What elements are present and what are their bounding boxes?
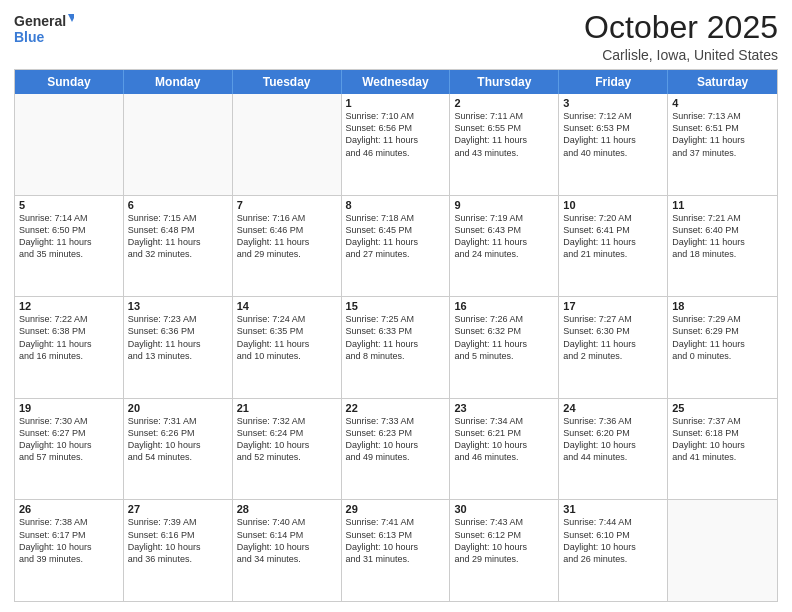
- day-info: Sunrise: 7:18 AM Sunset: 6:45 PM Dayligh…: [346, 212, 446, 261]
- day-info: Sunrise: 7:38 AM Sunset: 6:17 PM Dayligh…: [19, 516, 119, 565]
- day-number: 5: [19, 199, 119, 211]
- calendar-cell: 21Sunrise: 7:32 AM Sunset: 6:24 PM Dayli…: [233, 399, 342, 500]
- day-info: Sunrise: 7:12 AM Sunset: 6:53 PM Dayligh…: [563, 110, 663, 159]
- day-info: Sunrise: 7:14 AM Sunset: 6:50 PM Dayligh…: [19, 212, 119, 261]
- day-info: Sunrise: 7:41 AM Sunset: 6:13 PM Dayligh…: [346, 516, 446, 565]
- day-info: Sunrise: 7:13 AM Sunset: 6:51 PM Dayligh…: [672, 110, 773, 159]
- weekday-header: Thursday: [450, 70, 559, 94]
- day-info: Sunrise: 7:39 AM Sunset: 6:16 PM Dayligh…: [128, 516, 228, 565]
- calendar-row: 19Sunrise: 7:30 AM Sunset: 6:27 PM Dayli…: [15, 398, 777, 500]
- calendar-header: SundayMondayTuesdayWednesdayThursdayFrid…: [15, 70, 777, 94]
- calendar-cell: 2Sunrise: 7:11 AM Sunset: 6:55 PM Daylig…: [450, 94, 559, 195]
- day-number: 8: [346, 199, 446, 211]
- day-number: 18: [672, 300, 773, 312]
- weekday-header: Friday: [559, 70, 668, 94]
- calendar-cell: 4Sunrise: 7:13 AM Sunset: 6:51 PM Daylig…: [668, 94, 777, 195]
- day-info: Sunrise: 7:27 AM Sunset: 6:30 PM Dayligh…: [563, 313, 663, 362]
- day-info: Sunrise: 7:44 AM Sunset: 6:10 PM Dayligh…: [563, 516, 663, 565]
- calendar-cell: 30Sunrise: 7:43 AM Sunset: 6:12 PM Dayli…: [450, 500, 559, 601]
- weekday-header: Wednesday: [342, 70, 451, 94]
- calendar-cell: 11Sunrise: 7:21 AM Sunset: 6:40 PM Dayli…: [668, 196, 777, 297]
- month-title: October 2025: [584, 10, 778, 45]
- calendar-cell: 5Sunrise: 7:14 AM Sunset: 6:50 PM Daylig…: [15, 196, 124, 297]
- day-info: Sunrise: 7:25 AM Sunset: 6:33 PM Dayligh…: [346, 313, 446, 362]
- calendar-cell: 19Sunrise: 7:30 AM Sunset: 6:27 PM Dayli…: [15, 399, 124, 500]
- weekday-header: Saturday: [668, 70, 777, 94]
- day-number: 28: [237, 503, 337, 515]
- calendar-cell: 14Sunrise: 7:24 AM Sunset: 6:35 PM Dayli…: [233, 297, 342, 398]
- calendar-cell: 25Sunrise: 7:37 AM Sunset: 6:18 PM Dayli…: [668, 399, 777, 500]
- day-number: 24: [563, 402, 663, 414]
- calendar-cell: 8Sunrise: 7:18 AM Sunset: 6:45 PM Daylig…: [342, 196, 451, 297]
- calendar-cell: 3Sunrise: 7:12 AM Sunset: 6:53 PM Daylig…: [559, 94, 668, 195]
- calendar-cell: 10Sunrise: 7:20 AM Sunset: 6:41 PM Dayli…: [559, 196, 668, 297]
- svg-text:Blue: Blue: [14, 29, 45, 45]
- day-number: 21: [237, 402, 337, 414]
- day-number: 30: [454, 503, 554, 515]
- calendar-cell: 17Sunrise: 7:27 AM Sunset: 6:30 PM Dayli…: [559, 297, 668, 398]
- logo-svg: General Blue: [14, 10, 74, 48]
- calendar-cell: 20Sunrise: 7:31 AM Sunset: 6:26 PM Dayli…: [124, 399, 233, 500]
- calendar: SundayMondayTuesdayWednesdayThursdayFrid…: [14, 69, 778, 602]
- day-number: 11: [672, 199, 773, 211]
- calendar-cell: 12Sunrise: 7:22 AM Sunset: 6:38 PM Dayli…: [15, 297, 124, 398]
- day-info: Sunrise: 7:22 AM Sunset: 6:38 PM Dayligh…: [19, 313, 119, 362]
- day-number: 25: [672, 402, 773, 414]
- calendar-cell: 9Sunrise: 7:19 AM Sunset: 6:43 PM Daylig…: [450, 196, 559, 297]
- day-info: Sunrise: 7:29 AM Sunset: 6:29 PM Dayligh…: [672, 313, 773, 362]
- day-info: Sunrise: 7:37 AM Sunset: 6:18 PM Dayligh…: [672, 415, 773, 464]
- day-number: 4: [672, 97, 773, 109]
- day-info: Sunrise: 7:16 AM Sunset: 6:46 PM Dayligh…: [237, 212, 337, 261]
- calendar-body: 1Sunrise: 7:10 AM Sunset: 6:56 PM Daylig…: [15, 94, 777, 601]
- calendar-cell: [15, 94, 124, 195]
- day-number: 13: [128, 300, 228, 312]
- calendar-row: 1Sunrise: 7:10 AM Sunset: 6:56 PM Daylig…: [15, 94, 777, 195]
- calendar-cell: 26Sunrise: 7:38 AM Sunset: 6:17 PM Dayli…: [15, 500, 124, 601]
- header: General Blue October 2025 Carlisle, Iowa…: [14, 10, 778, 63]
- svg-text:General: General: [14, 13, 66, 29]
- calendar-cell: [124, 94, 233, 195]
- page: General Blue October 2025 Carlisle, Iowa…: [0, 0, 792, 612]
- calendar-cell: 28Sunrise: 7:40 AM Sunset: 6:14 PM Dayli…: [233, 500, 342, 601]
- calendar-cell: 29Sunrise: 7:41 AM Sunset: 6:13 PM Dayli…: [342, 500, 451, 601]
- day-info: Sunrise: 7:32 AM Sunset: 6:24 PM Dayligh…: [237, 415, 337, 464]
- day-info: Sunrise: 7:26 AM Sunset: 6:32 PM Dayligh…: [454, 313, 554, 362]
- day-info: Sunrise: 7:23 AM Sunset: 6:36 PM Dayligh…: [128, 313, 228, 362]
- calendar-cell: 13Sunrise: 7:23 AM Sunset: 6:36 PM Dayli…: [124, 297, 233, 398]
- calendar-cell: [668, 500, 777, 601]
- day-number: 27: [128, 503, 228, 515]
- day-info: Sunrise: 7:40 AM Sunset: 6:14 PM Dayligh…: [237, 516, 337, 565]
- weekday-header: Tuesday: [233, 70, 342, 94]
- day-info: Sunrise: 7:36 AM Sunset: 6:20 PM Dayligh…: [563, 415, 663, 464]
- calendar-cell: [233, 94, 342, 195]
- calendar-cell: 1Sunrise: 7:10 AM Sunset: 6:56 PM Daylig…: [342, 94, 451, 195]
- calendar-cell: 18Sunrise: 7:29 AM Sunset: 6:29 PM Dayli…: [668, 297, 777, 398]
- weekday-header: Monday: [124, 70, 233, 94]
- weekday-header: Sunday: [15, 70, 124, 94]
- calendar-cell: 6Sunrise: 7:15 AM Sunset: 6:48 PM Daylig…: [124, 196, 233, 297]
- location: Carlisle, Iowa, United States: [584, 47, 778, 63]
- day-info: Sunrise: 7:15 AM Sunset: 6:48 PM Dayligh…: [128, 212, 228, 261]
- calendar-cell: 31Sunrise: 7:44 AM Sunset: 6:10 PM Dayli…: [559, 500, 668, 601]
- day-number: 9: [454, 199, 554, 211]
- svg-marker-2: [68, 14, 74, 22]
- calendar-cell: 22Sunrise: 7:33 AM Sunset: 6:23 PM Dayli…: [342, 399, 451, 500]
- day-info: Sunrise: 7:31 AM Sunset: 6:26 PM Dayligh…: [128, 415, 228, 464]
- calendar-cell: 7Sunrise: 7:16 AM Sunset: 6:46 PM Daylig…: [233, 196, 342, 297]
- day-number: 16: [454, 300, 554, 312]
- calendar-cell: 16Sunrise: 7:26 AM Sunset: 6:32 PM Dayli…: [450, 297, 559, 398]
- day-number: 19: [19, 402, 119, 414]
- calendar-cell: 23Sunrise: 7:34 AM Sunset: 6:21 PM Dayli…: [450, 399, 559, 500]
- day-number: 31: [563, 503, 663, 515]
- day-info: Sunrise: 7:20 AM Sunset: 6:41 PM Dayligh…: [563, 212, 663, 261]
- day-number: 6: [128, 199, 228, 211]
- calendar-cell: 27Sunrise: 7:39 AM Sunset: 6:16 PM Dayli…: [124, 500, 233, 601]
- day-info: Sunrise: 7:10 AM Sunset: 6:56 PM Dayligh…: [346, 110, 446, 159]
- calendar-cell: 24Sunrise: 7:36 AM Sunset: 6:20 PM Dayli…: [559, 399, 668, 500]
- day-number: 12: [19, 300, 119, 312]
- day-info: Sunrise: 7:19 AM Sunset: 6:43 PM Dayligh…: [454, 212, 554, 261]
- calendar-cell: 15Sunrise: 7:25 AM Sunset: 6:33 PM Dayli…: [342, 297, 451, 398]
- logo: General Blue: [14, 10, 74, 48]
- day-number: 22: [346, 402, 446, 414]
- day-number: 10: [563, 199, 663, 211]
